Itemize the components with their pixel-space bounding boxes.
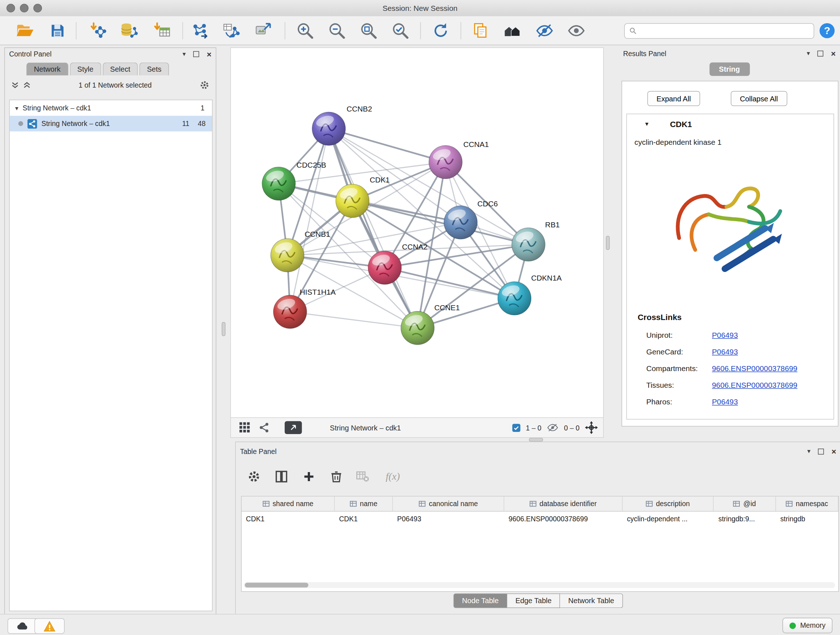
table-cell[interactable]: stringdb	[776, 515, 838, 523]
import-table-from-file-button[interactable]	[150, 19, 174, 42]
toolbar-separator	[76, 22, 76, 40]
tab-string[interactable]: String	[709, 63, 750, 76]
column-header-namespac[interactable]: namespac	[776, 496, 838, 511]
save-session-button[interactable]	[46, 19, 69, 42]
hide-selected-button[interactable]	[533, 19, 556, 42]
results-panel-close-icon[interactable]: ×	[831, 49, 836, 57]
column-header-database-identifier[interactable]: database identifier	[504, 496, 622, 511]
zoom-out-icon	[328, 22, 346, 40]
crosslink-link[interactable]: P06493	[712, 331, 738, 339]
crosslink-link[interactable]: 9606.ENSP00000378699	[712, 380, 797, 389]
zoom-fit-button[interactable]	[357, 19, 380, 42]
tab-network[interactable]: Network	[27, 63, 68, 76]
column-header-name[interactable]: name	[335, 496, 393, 511]
create-column-button[interactable]	[298, 466, 320, 488]
expand-all-networks-icon[interactable]	[11, 81, 19, 89]
results-panel-float-icon[interactable]	[818, 50, 823, 56]
network-row[interactable]: String Network – cdk1 11 48	[10, 116, 212, 131]
search-input[interactable]	[640, 27, 809, 35]
crosslink-link[interactable]: P06493	[712, 397, 738, 406]
horizontal-scrollbar[interactable]	[244, 582, 835, 588]
table-tabs: Node TableEdge TableNetwork Table	[453, 593, 622, 608]
show-columns-button[interactable]	[271, 466, 292, 488]
pan-crosshair-icon[interactable]	[585, 421, 598, 434]
zoom-fit-icon	[360, 22, 378, 40]
network-and-table-button[interactable]	[219, 19, 243, 42]
column-edit-icon	[733, 500, 740, 507]
horizontal-splitter-handle[interactable]	[529, 438, 543, 441]
tab-style[interactable]: Style	[70, 63, 101, 76]
search-icon	[629, 27, 637, 35]
table-panel-chevron-down-icon[interactable]: ▾	[807, 448, 811, 455]
vertical-splitter-handle[interactable]	[222, 322, 225, 336]
tab-edge-table[interactable]: Edge Table	[507, 593, 560, 608]
table-cell[interactable]: stringdb:9...	[714, 515, 776, 523]
column-header-@id[interactable]: @id	[714, 496, 775, 511]
network-type-button[interactable]	[259, 422, 270, 433]
table-cell[interactable]: 9606.ENSP00000378699	[504, 515, 622, 523]
selection-checkbox[interactable]	[512, 424, 520, 432]
table-panel-close-icon[interactable]: ×	[832, 447, 836, 455]
crosslink-link[interactable]: 9606.ENSP00000378699	[712, 364, 797, 372]
open-session-button[interactable]	[13, 19, 36, 42]
column-header-shared-name[interactable]: shared name	[242, 496, 335, 511]
network-canvas[interactable]: CCNB2CCNA1CDC25BCDK1CDC6RB1CCNB1CCNA2CDK…	[231, 48, 603, 418]
scrollbar-thumb[interactable]	[245, 583, 309, 587]
column-header-canonical-name[interactable]: canonical name	[393, 496, 504, 511]
table-cell[interactable]: CDK1	[242, 515, 335, 523]
delete-column-button[interactable]	[325, 466, 347, 488]
table-panel-float-icon[interactable]	[818, 448, 824, 454]
table-cell[interactable]: cyclin-dependent ...	[622, 515, 714, 523]
search-box[interactable]	[624, 23, 814, 39]
memory-button[interactable]: Memory	[783, 618, 832, 633]
collection-disclosure-icon[interactable]: ▾	[15, 105, 19, 111]
memory-label: Memory	[800, 622, 826, 630]
table-header-row: shared namenamecanonical namedatabase id…	[242, 496, 838, 511]
import-network-from-file-button[interactable]	[87, 19, 110, 42]
protein-disclosure-icon[interactable]: ▾	[645, 120, 649, 128]
export-image-button[interactable]	[251, 19, 275, 42]
tab-select[interactable]: Select	[103, 63, 137, 76]
export-network-button[interactable]	[285, 421, 302, 434]
expand-all-button[interactable]: Expand All	[647, 91, 699, 106]
network-view-title: String Network – cdk1	[330, 424, 401, 432]
results-panel-chevron-down-icon[interactable]: ▾	[807, 50, 810, 57]
node-label-CCNE1: CCNE1	[434, 303, 460, 312]
zoom-in-button[interactable]	[294, 19, 317, 42]
show-all-button[interactable]	[564, 19, 588, 42]
network-from-selection-button[interactable]	[188, 19, 211, 42]
protein-section-header[interactable]: ▾ CDK1	[627, 114, 834, 134]
results-panel-title: Results Panel	[623, 49, 799, 57]
copy-button[interactable]	[469, 19, 493, 42]
import-network-from-database-button[interactable]	[117, 19, 141, 42]
warnings-button[interactable]	[34, 618, 65, 634]
table-cell[interactable]: P06493	[393, 515, 504, 523]
delete-table-button[interactable]	[352, 466, 374, 488]
collapse-all-button[interactable]: Collapse All	[731, 91, 787, 106]
table-panel-header: Table Panel ▾ ×	[236, 445, 840, 457]
tab-sets[interactable]: Sets	[139, 63, 169, 76]
edge-HIST1H1A-CCNE1	[290, 312, 418, 328]
crosslink-link[interactable]: P06493	[712, 347, 738, 356]
network-collection-row[interactable]: ▾ String Network – cdk1 1	[10, 100, 212, 116]
help-button[interactable]: ?	[815, 19, 839, 42]
home-button[interactable]	[501, 19, 524, 42]
birds-eye-view-button[interactable]	[240, 422, 250, 433]
table-options-button[interactable]	[243, 466, 265, 488]
table-row[interactable]: CDK1CDK1P064939606.ENSP00000378699cyclin…	[242, 511, 838, 526]
table-cell[interactable]: CDK1	[335, 515, 393, 523]
tab-network-table[interactable]: Network Table	[561, 593, 623, 608]
apply-layout-button[interactable]	[429, 19, 453, 42]
zoom-out-button[interactable]	[325, 19, 348, 42]
control-panel-float-icon[interactable]	[193, 51, 199, 57]
control-panel-close-icon[interactable]: ×	[207, 50, 212, 58]
control-panel-chevron-down-icon[interactable]: ▾	[183, 51, 186, 57]
column-header-description[interactable]: description	[622, 496, 714, 511]
cloud-status-button[interactable]	[8, 618, 38, 634]
function-builder-button[interactable]: f(x)	[379, 466, 407, 488]
zoom-selected-button[interactable]	[388, 19, 412, 42]
network-options-gear-icon[interactable]	[200, 80, 210, 90]
vertical-splitter-handle[interactable]	[606, 236, 609, 250]
collapse-all-networks-icon[interactable]	[23, 81, 31, 89]
tab-node-table[interactable]: Node Table	[453, 593, 507, 608]
